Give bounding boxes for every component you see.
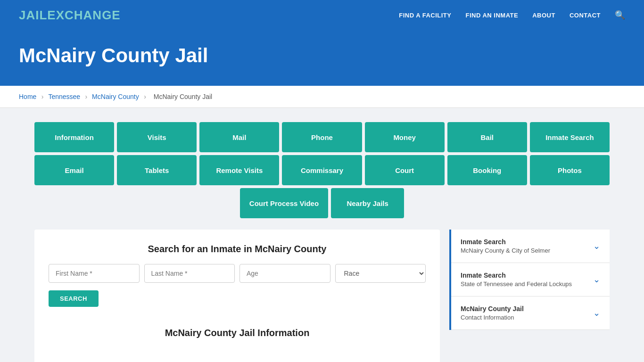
search-icon-button[interactable]: 🔍 [615, 10, 625, 20]
btn-money[interactable]: Money [365, 122, 445, 152]
btn-court-process-video[interactable]: Court Process Video [240, 188, 328, 218]
button-grid-row2: Email Tablets Remote Visits Commissary C… [34, 155, 610, 185]
sidebar-panel: Inmate Search McNairy County & City of S… [449, 230, 610, 330]
logo-jail: JAIL [19, 8, 47, 22]
button-grid-row1: Information Visits Mail Phone Money Bail… [34, 122, 610, 152]
btn-court[interactable]: Court [365, 155, 445, 185]
nav-find-inmate[interactable]: FIND AN INMATE [465, 12, 518, 19]
btn-information[interactable]: Information [34, 122, 114, 152]
btn-inmate-search[interactable]: Inmate Search [530, 122, 610, 152]
search-button[interactable]: SEARCH [49, 290, 99, 307]
sidebar-item-title-3: McNairy County Jail [461, 305, 524, 313]
chevron-icon-2: ⌄ [593, 274, 600, 285]
btn-tablets[interactable]: Tablets [117, 155, 197, 185]
race-select[interactable]: Race White Black Hispanic Asian Other [335, 264, 426, 283]
site-header: JAILEXCHANGE FIND A FACILITY FIND AN INM… [0, 0, 644, 30]
sidebar-item-subtitle-2: State of Tennessee and Federal Lockups [461, 280, 572, 288]
age-input[interactable] [239, 264, 330, 283]
hero-section: McNairy County Jail [0, 30, 644, 86]
breadcrumb-sep-1: › [41, 93, 46, 100]
button-grid-row3: Court Process Video Nearby Jails [34, 188, 610, 218]
breadcrumb-sep-2: › [85, 93, 90, 100]
logo-exchange: EXCHANGE [47, 8, 120, 22]
inmate-search-panel: Search for an Inmate in McNairy County R… [34, 230, 440, 362]
breadcrumb-home[interactable]: Home [19, 93, 36, 100]
first-name-input[interactable] [49, 264, 140, 283]
btn-photos[interactable]: Photos [530, 155, 610, 185]
sidebar-item-text-1: Inmate Search McNairy County & City of S… [461, 238, 550, 254]
sidebar-item-text-3: McNairy County Jail Contact Information [461, 305, 524, 321]
btn-bail[interactable]: Bail [447, 122, 527, 152]
nav-about[interactable]: ABOUT [532, 12, 555, 19]
sidebar-item-inmate-search[interactable]: Inmate Search McNairy County & City of S… [451, 230, 610, 263]
btn-mail[interactable]: Mail [199, 122, 279, 152]
breadcrumb-sep-3: › [144, 93, 148, 100]
sidebar-item-text-2: Inmate Search State of Tennessee and Fed… [461, 272, 572, 288]
breadcrumb: Home › Tennessee › McNairy County › McNa… [0, 86, 644, 108]
btn-remote-visits[interactable]: Remote Visits [199, 155, 279, 185]
main-content: Information Visits Mail Phone Money Bail… [16, 108, 628, 362]
btn-nearby-jails[interactable]: Nearby Jails [331, 188, 404, 218]
btn-email[interactable]: Email [34, 155, 114, 185]
sidebar-item-subtitle-3: Contact Information [461, 314, 524, 321]
content-area: Search for an Inmate in McNairy County R… [34, 230, 610, 362]
sidebar-item-contact-info[interactable]: McNairy County Jail Contact Information … [451, 296, 610, 330]
site-logo[interactable]: JAILEXCHANGE [19, 8, 121, 23]
info-section: McNairy County Jail Information [49, 316, 426, 359]
btn-booking[interactable]: Booking [447, 155, 527, 185]
search-title: Search for an Inmate in McNairy County [49, 244, 426, 255]
sidebar-item-subtitle-1: McNairy County & City of Selmer [461, 247, 550, 254]
info-title: McNairy County Jail Information [60, 328, 414, 338]
breadcrumb-current: McNairy County Jail [154, 93, 212, 100]
sidebar-item-state-search[interactable]: Inmate Search State of Tennessee and Fed… [451, 263, 610, 296]
btn-visits[interactable]: Visits [117, 122, 197, 152]
last-name-input[interactable] [144, 264, 235, 283]
page-title: McNairy County Jail [19, 44, 625, 67]
sidebar-item-title-2: Inmate Search [461, 272, 572, 279]
breadcrumb-mcnairy-county[interactable]: McNairy County [92, 93, 139, 100]
chevron-icon-1: ⌄ [593, 241, 600, 251]
search-fields: Race White Black Hispanic Asian Other [49, 264, 426, 283]
nav-contact[interactable]: CONTACT [570, 12, 601, 19]
main-nav: FIND A FACILITY FIND AN INMATE ABOUT CON… [399, 10, 625, 20]
btn-commissary[interactable]: Commissary [282, 155, 362, 185]
breadcrumb-tennessee[interactable]: Tennessee [48, 93, 80, 100]
sidebar-item-title-1: Inmate Search [461, 238, 550, 246]
chevron-icon-3: ⌄ [593, 308, 600, 318]
btn-phone[interactable]: Phone [282, 122, 362, 152]
nav-find-facility[interactable]: FIND A FACILITY [399, 12, 451, 19]
